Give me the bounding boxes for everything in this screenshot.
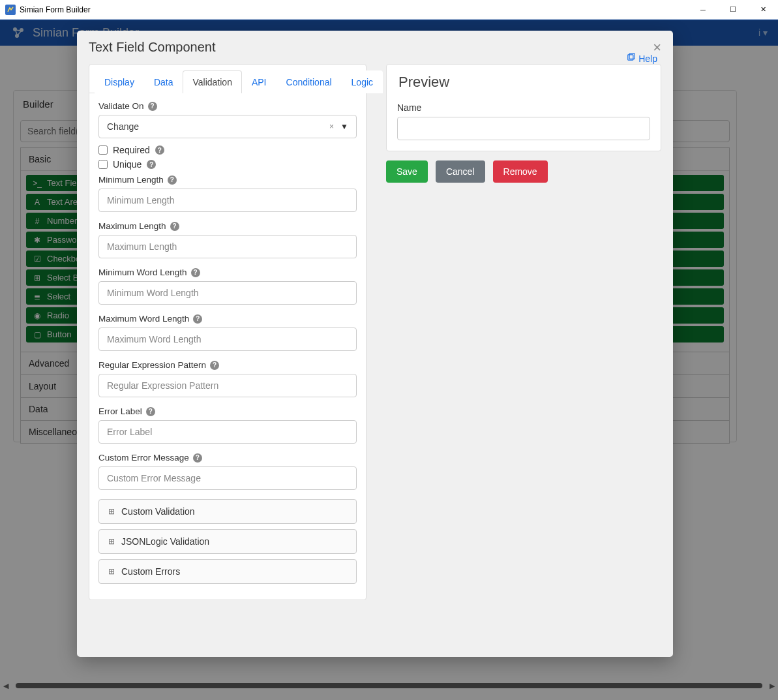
help-icon[interactable]: ? xyxy=(170,222,179,231)
help-icon[interactable]: ? xyxy=(193,314,202,324)
min-length-input[interactable] xyxy=(98,189,357,212)
regex-pattern-label: Regular Expression Pattern? xyxy=(98,360,357,370)
custom-error-msg-label: Custom Error Message? xyxy=(98,453,357,463)
help-icon[interactable]: ? xyxy=(147,160,156,169)
svg-rect-0 xyxy=(5,5,16,15)
min-word-length-label: Minimum Word Length? xyxy=(98,267,357,277)
help-icon[interactable]: ? xyxy=(168,175,177,185)
settings-tabs: Display Data Validation API Conditional … xyxy=(89,65,366,93)
window-controls: ─ ☐ ✕ xyxy=(688,0,778,20)
max-word-length-input[interactable] xyxy=(98,327,357,351)
help-icon[interactable]: ? xyxy=(193,453,202,463)
validation-tab-content: Validate On ? Change × ▼ xyxy=(89,93,366,600)
preview-card: Preview Name xyxy=(386,64,661,151)
help-icon[interactable]: ? xyxy=(155,145,164,155)
custom-errors-panel[interactable]: ⊞Custom Errors xyxy=(98,559,357,584)
custom-validation-panel[interactable]: ⊞Custom Validation xyxy=(98,499,357,524)
help-icon xyxy=(627,53,636,64)
clear-select-icon[interactable]: × xyxy=(329,122,334,131)
help-icon[interactable]: ? xyxy=(146,407,155,416)
help-label: Help xyxy=(638,53,657,64)
validate-on-label: Validate On ? xyxy=(98,101,357,111)
min-word-length-input[interactable] xyxy=(98,281,357,305)
tab-logic[interactable]: Logic xyxy=(342,70,383,93)
unique-checkbox[interactable] xyxy=(98,160,108,169)
help-icon[interactable]: ? xyxy=(191,268,200,277)
min-length-label: Minimum Length? xyxy=(98,175,357,185)
remove-button[interactable]: Remove xyxy=(493,160,548,183)
validate-on-select[interactable]: Change × ▼ xyxy=(98,115,357,138)
required-checkbox[interactable] xyxy=(98,145,108,155)
expand-icon: ⊞ xyxy=(108,537,115,546)
error-label-input[interactable] xyxy=(98,420,357,444)
tab-api[interactable]: API xyxy=(242,70,277,93)
preview-text-input[interactable] xyxy=(397,117,650,140)
component-settings-modal: Text Field Component × Help Display Data… xyxy=(77,31,673,657)
expand-icon: ⊞ xyxy=(108,507,115,516)
help-icon[interactable]: ? xyxy=(148,102,157,111)
app-icon xyxy=(5,5,16,15)
save-button[interactable]: Save xyxy=(386,160,428,183)
window-minimize-button[interactable]: ─ xyxy=(688,0,718,20)
error-label-label: Error Label? xyxy=(98,406,357,416)
custom-error-msg-input[interactable] xyxy=(98,466,357,490)
tab-validation[interactable]: Validation xyxy=(183,70,241,93)
window-close-button[interactable]: ✕ xyxy=(748,0,778,20)
max-word-length-label: Maximum Word Length? xyxy=(98,314,357,324)
tab-display[interactable]: Display xyxy=(95,70,144,93)
validate-on-value: Change xyxy=(107,121,139,132)
max-length-label: Maximum Length? xyxy=(98,221,357,231)
window-titlebar: Simian Form Builder ─ ☐ ✕ xyxy=(0,0,778,20)
preview-field-label: Name xyxy=(397,102,650,113)
cancel-button[interactable]: Cancel xyxy=(436,160,485,183)
modal-help-link[interactable]: Help xyxy=(627,53,657,64)
unique-label: Unique xyxy=(113,159,142,170)
expand-icon: ⊞ xyxy=(108,567,115,576)
tab-conditional[interactable]: Conditional xyxy=(277,70,342,93)
jsonlogic-validation-panel[interactable]: ⊞JSONLogic Validation xyxy=(98,529,357,554)
tab-data[interactable]: Data xyxy=(144,70,183,93)
max-length-input[interactable] xyxy=(98,235,357,258)
chevron-down-icon: ▼ xyxy=(340,122,348,131)
modal-title: Text Field Component xyxy=(89,40,216,55)
regex-pattern-input[interactable] xyxy=(98,374,357,397)
preview-title: Preview xyxy=(387,65,661,97)
window-maximize-button[interactable]: ☐ xyxy=(718,0,748,20)
window-title: Simian Form Builder xyxy=(20,5,91,14)
help-icon[interactable]: ? xyxy=(210,361,219,370)
required-label: Required xyxy=(113,145,150,155)
